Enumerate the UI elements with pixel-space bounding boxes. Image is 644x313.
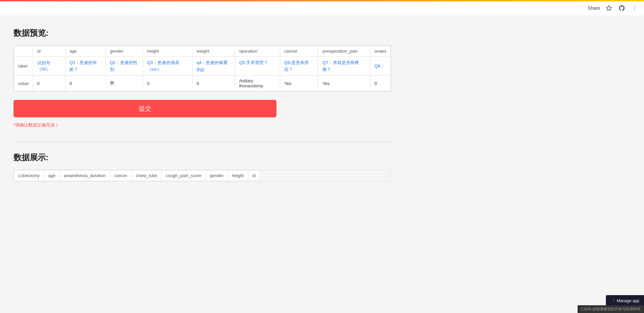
star-icon[interactable]	[605, 4, 613, 12]
display-table-wrapper: Lobectomy age anaesthesia_duration cance…	[13, 170, 391, 181]
warning-text: *请确认数据正确无误！	[13, 122, 391, 128]
display-col-height: height	[228, 170, 248, 181]
label-preoperation-pain: Q7：术前是否有疼痛？	[318, 57, 370, 76]
svg-marker-0	[607, 5, 612, 10]
display-col-lobectomy: Lobectomy	[14, 170, 44, 181]
col-header-age: age	[65, 46, 106, 57]
col-header-operation: operation	[235, 46, 280, 57]
label-operation: Q5:手术类型？	[235, 57, 280, 76]
col-header-gender: gender	[106, 46, 143, 57]
value-weight: 0	[193, 76, 235, 91]
label-id: 识别号（ID）	[33, 57, 65, 76]
value-id: 0	[33, 76, 65, 91]
col-header-cancer: cancer	[280, 46, 318, 57]
submit-button[interactable]: 提交	[13, 100, 276, 117]
more-icon[interactable]	[631, 4, 639, 12]
display-col-gender: gender	[206, 170, 228, 181]
label-row-label: label	[14, 57, 33, 76]
display-col-cough-pain: cough_pain_score	[162, 170, 206, 181]
label-height: Q3：患者的身高（cm）	[143, 57, 193, 76]
preview-table: id age gender height weight operation ca…	[14, 46, 391, 91]
header-bar: Share	[0, 0, 644, 16]
col-header-weight: weight	[193, 46, 235, 57]
col-header-empty	[14, 46, 33, 57]
value-cancer: Yes	[280, 76, 318, 91]
svg-point-1	[634, 6, 635, 6]
value-row-label: value	[14, 76, 33, 91]
table-header-row: id age gender height weight operation ca…	[14, 46, 391, 57]
value-anaes: 0	[370, 76, 390, 91]
label-weight: q4：患者的体重(kg)	[193, 57, 235, 76]
value-age: 0	[65, 76, 106, 91]
col-header-height: height	[143, 46, 193, 57]
label-row: label 识别号（ID） Q1：患者的年龄？ Q2：患者的性别 Q3：患者的身…	[14, 57, 391, 76]
value-operation: Axillary thoracotomy	[235, 76, 280, 91]
display-col-cancer: cancer	[110, 170, 131, 181]
svg-point-3	[634, 9, 635, 10]
display-header-row: Lobectomy age anaesthesia_duration cance…	[14, 170, 260, 181]
label-cancer: Q6:是患有癌症？	[280, 57, 318, 76]
preview-title: 数据预览:	[13, 28, 391, 38]
display-title: 数据展示:	[13, 152, 391, 163]
value-gender: 男	[106, 76, 143, 91]
display-col-anaesthesia: anaesthesia_duration	[60, 170, 110, 181]
value-row: value 0 0 男 0 0 Axillary thoracotomy Yes…	[14, 76, 391, 91]
display-col-age: age	[44, 170, 60, 181]
value-height: 0	[143, 76, 193, 91]
preview-table-wrapper: id age gender height weight operation ca…	[13, 45, 391, 92]
display-col-id: id	[248, 170, 260, 181]
top-gradient-bar	[0, 0, 644, 1]
share-label[interactable]: Share	[588, 5, 600, 11]
col-header-id: id	[33, 46, 65, 57]
display-table: Lobectomy age anaesthesia_duration cance…	[14, 170, 260, 181]
header-actions: Share	[588, 4, 639, 12]
value-preoperation-pain: Yes	[318, 76, 370, 91]
col-header-preoperation-pain: preoperation_pain	[318, 46, 370, 57]
display-col-chest-tube: chest_tube	[131, 170, 162, 181]
section-divider	[13, 142, 391, 142]
label-anaes: Q8：	[370, 57, 390, 76]
label-age: Q1：患者的年龄？	[65, 57, 106, 76]
label-gender: Q2：患者的性别	[106, 57, 143, 76]
col-header-anaes: anaes	[370, 46, 390, 57]
main-content: 数据预览: id age gender height weight operat…	[0, 18, 405, 195]
svg-point-2	[634, 7, 635, 8]
github-icon[interactable]	[618, 4, 626, 12]
